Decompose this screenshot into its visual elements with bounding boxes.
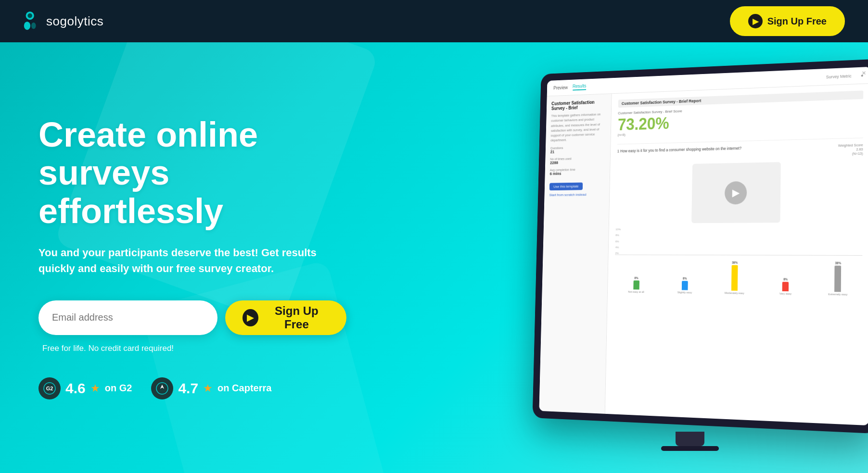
monitor-stat-responses: No of times used 2288 [550, 156, 605, 165]
hero-section: Create online surveys effortlessly You a… [0, 42, 868, 473]
monitor-y-axis: 10% 8% 6% 4% 2% [615, 227, 862, 255]
g2-rating: G2 4.6 ★ on G2 [38, 377, 132, 399]
email-form-row: ▶ Sign Up Free [38, 300, 346, 335]
monitor-bar-very: 8% Very easy [762, 277, 809, 295]
svg-point-1 [27, 13, 32, 18]
g2-platform: on G2 [105, 383, 132, 394]
nav-signup-arrow-icon: ▶ [748, 14, 763, 28]
hero-subtitle: You and your participants deserve the be… [38, 245, 337, 276]
monitor-base [661, 446, 719, 451]
logo-text: sogolytics [46, 14, 103, 29]
monitor-chart-bars: 8% Not easy at all 8% Slightly easy [614, 257, 862, 296]
monitor-play-button[interactable]: ▶ [725, 181, 747, 205]
free-text: Free for life. No credit card required! [38, 344, 346, 353]
monitor-bar-0 [633, 280, 639, 289]
email-input[interactable] [38, 300, 217, 335]
g2-score: 4.6 [65, 380, 86, 397]
capterra-rating: 4.7 ★ on Capterra [151, 377, 271, 399]
monitor-scratch-link[interactable]: Start from scratch instead [549, 192, 604, 197]
monitor-bar-not-easy: 8% Not easy at all [614, 276, 658, 294]
monitor-bar-label-4: Extremely easy [828, 293, 847, 296]
svg-text:G2: G2 [46, 386, 53, 391]
monitor-bar-1 [682, 281, 688, 290]
g2-icon: G2 [43, 382, 56, 395]
monitor-chart-area: 10% 8% 6% 4% 2% [615, 227, 862, 256]
capterra-icon [156, 382, 168, 395]
monitor-bar-label-1: Slightly easy [677, 291, 692, 294]
monitor-bar-pct-0: 8% [634, 276, 638, 280]
logo-icon [23, 11, 40, 31]
monitor-sidebar-description: This template gathers information on cus… [550, 112, 606, 143]
capterra-platform: on Capterra [217, 383, 271, 394]
monitor-area: Preview Results Survey Metric ● ✕ Custom… [502, 57, 868, 461]
monitor-bar-slightly: 8% Slightly easy [663, 276, 708, 294]
hero-title-line2: effortlessly [38, 192, 223, 230]
monitor-results-tab[interactable]: Results [573, 84, 586, 91]
monitor-main-report: Customer Satisfaction Survey - Brief Rep… [605, 84, 868, 425]
monitor-weighted-area: Weighted Score 2.83 (N=13) [838, 143, 863, 156]
monitor-video-placeholder[interactable]: ▶ [691, 162, 781, 223]
monitor-body: Customer Satisfaction Survey - Brief Thi… [539, 84, 868, 425]
monitor-stand [676, 432, 704, 446]
monitor-sidebar-title: Customer Satisfaction Survey - Brief [551, 100, 606, 111]
monitor-survey-metric-label: Survey Metric [826, 74, 852, 79]
ratings-row: G2 4.6 ★ on G2 4.7 ★ on Capterra [38, 377, 346, 399]
logo: sogolytics [23, 11, 103, 31]
monitor-bar-pct-2: 38% [732, 261, 738, 264]
hero-title: Create online surveys effortlessly [38, 116, 346, 230]
svg-point-3 [31, 23, 36, 29]
monitor-bar-moderately: 38% Moderately easy [712, 261, 758, 295]
hero-signup-button[interactable]: ▶ Sign Up Free [225, 300, 346, 335]
nav-signup-button[interactable]: ▶ Sign Up Free [730, 6, 845, 36]
monitor-screen: Preview Results Survey Metric ● ✕ Custom… [539, 67, 868, 425]
monitor-frame: Preview Results Survey Metric ● ✕ Custom… [533, 59, 868, 434]
hero-content: Create online surveys effortlessly You a… [0, 116, 346, 399]
monitor-stat-completion: Avg completion time 6 mins [550, 167, 605, 176]
monitor-chart: 10% 8% 6% 4% 2% 8% [614, 227, 863, 296]
monitor-bar-label-2: Moderately easy [725, 291, 744, 294]
monitor-sidebar: Customer Satisfaction Survey - Brief Thi… [539, 94, 612, 414]
hero-signup-arrow-icon: ▶ [243, 309, 258, 326]
hero-title-line1: Create online surveys [38, 115, 258, 192]
hero-signup-label: Sign Up Free [264, 304, 329, 331]
monitor-bar-pct-3: 8% [783, 277, 788, 281]
monitor-use-template-button[interactable]: Use this template [549, 182, 583, 190]
nav-signup-label: Sign Up Free [767, 16, 827, 27]
navbar: sogolytics ▶ Sign Up Free [0, 0, 868, 42]
g2-badge: G2 [38, 377, 61, 399]
monitor-bar-2 [731, 265, 738, 290]
monitor-bar-4 [834, 266, 841, 292]
monitor-bar-extremely: 38% Extremely easy [814, 261, 862, 296]
monitor-use-template-label: Use this template [553, 184, 578, 188]
capterra-badge [151, 377, 173, 399]
monitor-stat-questions: Questions 21 [550, 145, 606, 154]
monitor-inner: Preview Results Survey Metric ● ✕ Custom… [539, 67, 868, 425]
monitor-question-text: 1 How easy is it for you to find a consu… [617, 146, 741, 153]
capterra-score: 4.7 [178, 380, 198, 397]
monitor-bar-pct-1: 8% [683, 277, 687, 280]
monitor-bar-label-3: Very easy [779, 292, 791, 295]
monitor-question-row: 1 How easy is it for you to find a consu… [617, 143, 863, 161]
monitor-bar-label-0: Not easy at all [628, 290, 644, 293]
monitor-bar-pct-4: 38% [835, 261, 841, 265]
monitor-close-icon[interactable]: ✕ [862, 70, 867, 76]
svg-point-6 [156, 383, 168, 394]
monitor-bar-3 [782, 282, 789, 291]
svg-point-2 [24, 22, 30, 30]
monitor-preview-tab[interactable]: Preview [553, 85, 568, 90]
capterra-star-icon: ★ [203, 382, 213, 395]
g2-star-icon: ★ [90, 382, 100, 395]
monitor-completion-value: 6 mins [550, 170, 605, 175]
monitor-weighted-n: (N=13) [838, 151, 863, 156]
